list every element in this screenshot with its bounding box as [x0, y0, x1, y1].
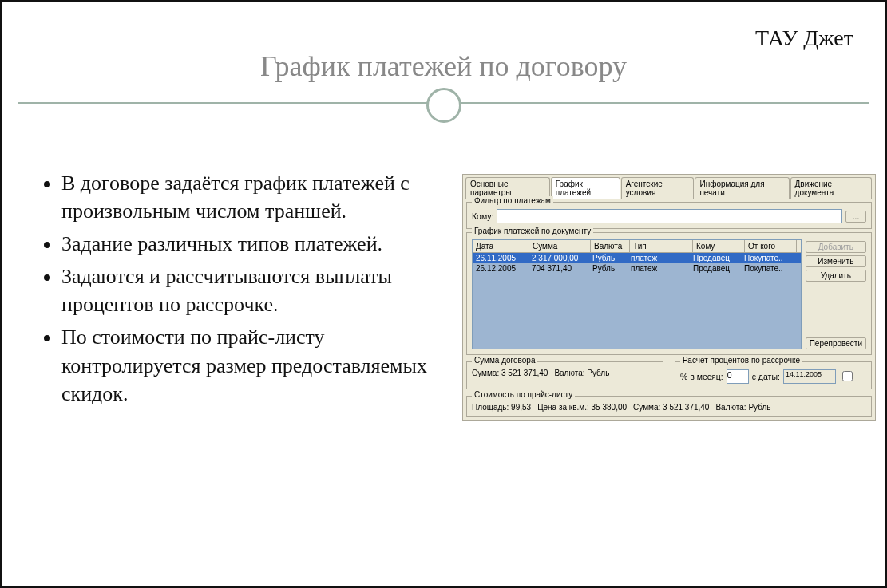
- group-contract-sum: Сумма договора Сумма: 3 521 371,40 Валют…: [466, 361, 663, 389]
- payments-table[interactable]: Дата Сумма Валюта Тип Кому От кого 26.11…: [472, 239, 802, 349]
- add-button[interactable]: Добавить: [806, 241, 866, 253]
- title-ornament-icon: [426, 88, 461, 123]
- group-interest-legend: Расчет процентов по рассрочке: [680, 356, 802, 365]
- filter-browse-button[interactable]: ...: [845, 211, 866, 223]
- table-header: Дата Сумма Валюта Тип Кому От кого: [473, 240, 801, 253]
- group-interest: Расчет процентов по рассрочке % в месяц:…: [675, 361, 872, 389]
- group-schedule: График платежей по документу Дата Сумма …: [466, 232, 872, 355]
- bullet-list: В договоре задаётся график платежей с пр…: [38, 169, 437, 412]
- slide-title: График платежей по договору: [2, 49, 885, 83]
- area-label: Площадь: 99,53: [472, 403, 531, 412]
- tab-print[interactable]: Информация для печати: [695, 177, 789, 199]
- col-date[interactable]: Дата: [473, 240, 529, 252]
- group-filter-legend: Фильтр по платежам: [472, 196, 553, 205]
- table-body: 26.11.2005 2 317 000,00 Рубль платеж Про…: [473, 253, 801, 349]
- pct-month-label: % в месяц:: [680, 372, 723, 381]
- price-per-sqm-label: Цена за кв.м.: 35 380,00: [537, 403, 627, 412]
- brand: ТАУ Джет: [755, 26, 853, 51]
- col-type[interactable]: Тип: [630, 240, 693, 252]
- tab-basic[interactable]: Основные параметры: [465, 177, 550, 199]
- col-currency[interactable]: Валюта: [591, 240, 630, 252]
- pct-month-input[interactable]: 0: [727, 369, 749, 384]
- slide: ТАУ Джет График платежей по договору В д…: [0, 0, 887, 588]
- group-pricelist: Стоимость по прайс-листу Площадь: 99,53 …: [466, 396, 872, 417]
- pct-checkbox[interactable]: [842, 371, 853, 381]
- bullet-1: В договоре задаётся график платежей с пр…: [61, 169, 437, 225]
- group-pricelist-legend: Стоимость по прайс-листу: [472, 390, 575, 399]
- group-schedule-legend: График платежей по документу: [472, 227, 593, 235]
- delete-button[interactable]: Удалить: [806, 270, 866, 282]
- col-sum[interactable]: Сумма: [529, 240, 591, 252]
- bullet-3: Задаются и рассчитываются выплаты процен…: [61, 262, 437, 318]
- app-window: Основные параметры График платежей Агент…: [462, 174, 876, 421]
- filter-to-input[interactable]: [497, 209, 842, 223]
- edit-button[interactable]: Изменить: [806, 255, 866, 267]
- pct-from-date[interactable]: 14.11.2005: [783, 369, 836, 384]
- tab-movement[interactable]: Движение документа: [790, 177, 872, 199]
- contract-sum-label: Сумма: 3 521 371,40: [472, 369, 548, 377]
- table-row[interactable]: 26.12.2005 704 371,40 Рубль платеж Прода…: [473, 263, 801, 274]
- contract-currency-label: Валюта: Рубль: [554, 369, 609, 377]
- bullet-2: Задание различных типов платежей.: [61, 230, 437, 258]
- tab-strip: Основные параметры График платежей Агент…: [463, 175, 875, 199]
- tab-schedule[interactable]: График платежей: [551, 177, 620, 199]
- price-currency-label: Валюта: Рубль: [715, 403, 770, 412]
- repost-button[interactable]: Перепровести: [806, 337, 866, 349]
- pct-from-label: с даты:: [752, 372, 780, 381]
- col-to[interactable]: Кому: [693, 240, 745, 252]
- bullet-4: По стоимости по прайс-листу контролирует…: [61, 323, 437, 407]
- filter-to-label: Кому:: [472, 211, 493, 221]
- group-filter: Фильтр по платежам Кому: ...: [466, 202, 872, 229]
- tab-agents[interactable]: Агентские условия: [621, 177, 695, 199]
- group-contract-sum-legend: Сумма договора: [472, 356, 537, 365]
- col-from[interactable]: От кого: [745, 240, 797, 252]
- table-row[interactable]: 26.11.2005 2 317 000,00 Рубль платеж Про…: [473, 253, 801, 263]
- total-sum-label: Сумма: 3 521 371,40: [633, 403, 709, 412]
